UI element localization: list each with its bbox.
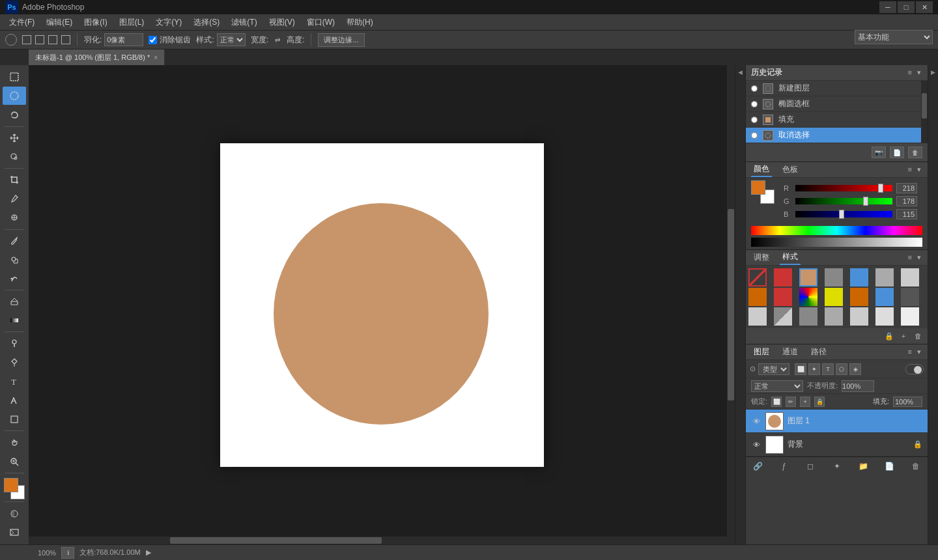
history-menu-btn[interactable]: ▾ bbox=[916, 68, 922, 77]
collapse-strip-btn-1[interactable]: ◀ bbox=[736, 68, 745, 77]
style-item-6[interactable] bbox=[901, 268, 919, 287]
tool-clone-stamp[interactable] bbox=[3, 251, 26, 269]
layers-mode-select[interactable]: 正常 bbox=[751, 380, 803, 392]
workspace-select[interactable]: 基本功能 bbox=[855, 30, 933, 44]
history-new-doc-btn[interactable]: 📄 bbox=[890, 147, 904, 158]
history-item-4[interactable]: 取消选择 bbox=[746, 128, 928, 143]
tool-lasso[interactable] bbox=[3, 105, 26, 124]
layer-row-bg[interactable]: 👁 背景 🔒 bbox=[746, 433, 928, 456]
antialias-checkbox[interactable] bbox=[149, 36, 157, 44]
tool-history-brush[interactable] bbox=[3, 270, 26, 288]
close-button[interactable]: ✕ bbox=[916, 1, 933, 13]
tool-brush[interactable] bbox=[3, 231, 26, 249]
color-panel-collapse[interactable]: ≡ bbox=[907, 165, 913, 175]
r-value[interactable] bbox=[896, 183, 917, 193]
style-item-10[interactable] bbox=[825, 288, 843, 306]
menu-edit[interactable]: 编辑(E) bbox=[41, 16, 78, 29]
style-item-4[interactable] bbox=[850, 268, 868, 287]
menu-layer[interactable]: 图层(L) bbox=[114, 16, 150, 29]
history-snapshot-radio-4[interactable] bbox=[751, 132, 758, 139]
doc-stats-arrow[interactable]: ▶ bbox=[146, 548, 151, 557]
style-item-20[interactable] bbox=[901, 307, 919, 326]
maximize-button[interactable]: □ bbox=[898, 1, 915, 13]
tool-hand[interactable] bbox=[3, 433, 26, 451]
styles-lock-btn[interactable]: 🔒 bbox=[883, 330, 895, 342]
history-collapse-btn[interactable]: ≡ bbox=[907, 68, 913, 77]
history-snapshot-radio-1[interactable] bbox=[751, 85, 758, 92]
layer-bg-visibility[interactable]: 👁 bbox=[751, 440, 761, 450]
history-scroll-thumb[interactable] bbox=[922, 93, 927, 118]
layer-new-btn[interactable]: 📄 bbox=[883, 460, 896, 472]
menu-file[interactable]: 文件(F) bbox=[4, 16, 40, 29]
layer-mask-btn[interactable]: ◻ bbox=[804, 460, 817, 472]
menu-text[interactable]: 文字(Y) bbox=[150, 16, 187, 29]
tool-eraser[interactable] bbox=[3, 292, 26, 311]
adjust-edge-button[interactable]: 调整边缘... bbox=[318, 33, 364, 47]
menu-filter[interactable]: 滤镜(T) bbox=[226, 16, 262, 29]
g-value[interactable] bbox=[896, 196, 917, 206]
style-item-11[interactable] bbox=[850, 288, 868, 306]
layers-tab-channels[interactable]: 通道 bbox=[780, 345, 801, 359]
style-item-19[interactable] bbox=[875, 307, 894, 326]
style-item-14[interactable] bbox=[748, 307, 767, 326]
menu-view[interactable]: 视图(V) bbox=[264, 16, 300, 29]
style-item-5[interactable] bbox=[875, 268, 894, 287]
tab-close-button[interactable]: × bbox=[154, 54, 158, 61]
style-item-17[interactable] bbox=[825, 307, 843, 326]
color-panel-menu[interactable]: ▾ bbox=[916, 165, 922, 175]
style-item-1[interactable] bbox=[774, 268, 792, 287]
tool-text[interactable]: T bbox=[3, 372, 26, 391]
right-strip-btn[interactable]: ▶ bbox=[929, 68, 938, 77]
history-snapshot-radio-3[interactable] bbox=[751, 117, 758, 123]
lock-artboard-btn[interactable]: + bbox=[800, 397, 810, 407]
b-slider[interactable] bbox=[795, 211, 892, 217]
layer-delete-btn[interactable]: 🗑 bbox=[909, 460, 922, 472]
layer-link-btn[interactable]: 🔗 bbox=[751, 460, 764, 472]
color-spectrum-bar[interactable] bbox=[751, 226, 922, 235]
layers-filter-select[interactable]: 类型 bbox=[758, 363, 789, 375]
layers-panel-collapse[interactable]: ≡ bbox=[907, 347, 913, 357]
horizontal-scrollbar[interactable] bbox=[29, 537, 735, 544]
tool-dodge[interactable] bbox=[3, 334, 26, 352]
style-item-none[interactable] bbox=[748, 268, 767, 287]
lock-pixels-btn[interactable]: ⬜ bbox=[771, 397, 782, 407]
color-tab-color[interactable]: 颜色 bbox=[751, 162, 772, 177]
tool-zoom[interactable] bbox=[3, 452, 26, 470]
filter-pixel-btn[interactable]: ⬜ bbox=[795, 363, 806, 375]
vertical-scrollbar[interactable] bbox=[727, 65, 735, 544]
filter-text-btn[interactable]: T bbox=[822, 363, 834, 375]
styles-delete-btn[interactable]: 🗑 bbox=[912, 330, 924, 342]
history-snapshot-btn[interactable]: 📷 bbox=[872, 147, 886, 158]
tool-quick-select[interactable] bbox=[3, 148, 26, 166]
lock-position-btn[interactable]: ✏ bbox=[786, 397, 796, 407]
b-value[interactable] bbox=[896, 209, 917, 219]
filter-adjustment-btn[interactable]: ✦ bbox=[808, 363, 820, 375]
tool-eyedropper[interactable] bbox=[3, 189, 26, 208]
tool-move[interactable] bbox=[3, 129, 26, 147]
tool-screen-mode[interactable] bbox=[3, 524, 26, 542]
opacity-input[interactable] bbox=[842, 380, 874, 392]
fg-color-preview[interactable] bbox=[751, 180, 765, 195]
horizontal-scroll-thumb[interactable] bbox=[170, 537, 382, 544]
layer-adj-btn[interactable]: ✦ bbox=[831, 460, 844, 472]
style-item-7[interactable] bbox=[748, 288, 767, 306]
document-tab[interactable]: 未标题-1 @ 100% (图层 1, RGB/8) * × bbox=[29, 49, 165, 65]
styles-panel-menu[interactable]: ▾ bbox=[916, 253, 922, 262]
layer-1-visibility[interactable]: 👁 bbox=[751, 416, 761, 427]
history-delete-btn[interactable]: 🗑 bbox=[908, 147, 922, 158]
history-item-2[interactable]: 椭圆选框 bbox=[746, 96, 928, 112]
style-item-18[interactable] bbox=[850, 307, 868, 326]
vertical-scroll-thumb[interactable] bbox=[728, 209, 734, 400]
tool-rectangular-marquee[interactable] bbox=[3, 68, 26, 86]
style-item-13[interactable] bbox=[901, 288, 919, 306]
style-item-16[interactable] bbox=[799, 307, 817, 326]
history-item-1[interactable]: 新建图层 bbox=[746, 81, 928, 96]
style-item-2-active[interactable] bbox=[799, 268, 817, 287]
lock-all-btn[interactable]: 🔒 bbox=[814, 397, 825, 407]
layers-tab-layers[interactable]: 图层 bbox=[751, 345, 772, 359]
tool-shape[interactable] bbox=[3, 410, 26, 428]
color-gray-bar[interactable] bbox=[751, 238, 922, 247]
layers-tab-paths[interactable]: 路径 bbox=[808, 345, 829, 359]
r-slider[interactable] bbox=[795, 185, 892, 191]
tool-path-select[interactable] bbox=[3, 391, 26, 410]
